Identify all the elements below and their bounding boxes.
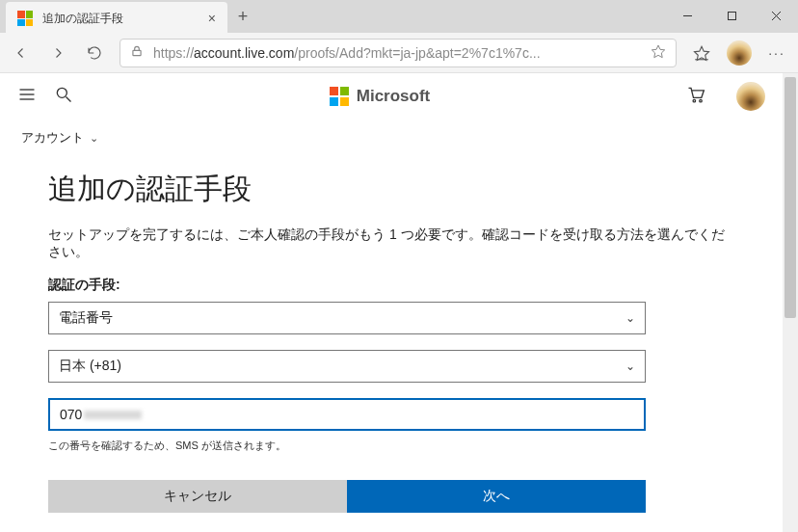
vertical-scrollbar[interactable]	[783, 73, 798, 532]
browser-tab[interactable]: 追加の認証手段 ×	[6, 2, 227, 35]
site-header: Microsoft	[0, 73, 783, 120]
country-select[interactable]: 日本 (+81) ⌄	[48, 350, 646, 383]
svg-rect-1	[728, 12, 735, 19]
window-controls	[665, 0, 798, 31]
chevron-down-icon: ⌄	[625, 311, 635, 325]
favorite-icon[interactable]	[651, 43, 666, 63]
microsoft-brand-text: Microsoft	[357, 87, 431, 106]
phone-number-masked	[84, 411, 142, 419]
method-label: 認証の手段:	[48, 277, 734, 294]
phone-number-value: 070	[60, 407, 82, 422]
browser-menu-button[interactable]: ···	[765, 41, 788, 65]
microsoft-logo-icon	[330, 87, 349, 106]
window-maximize-button[interactable]	[709, 0, 754, 31]
nav-back-button[interactable]	[10, 41, 33, 65]
method-selected-value: 電話番号	[59, 309, 113, 327]
search-icon[interactable]	[54, 85, 73, 108]
cart-icon[interactable]	[686, 85, 705, 108]
window-close-button[interactable]	[754, 0, 798, 31]
next-button[interactable]: 次へ	[347, 480, 646, 513]
verification-method-select[interactable]: 電話番号 ⌄	[48, 302, 646, 334]
svg-line-12	[66, 97, 71, 102]
page-viewport: Microsoft アカウント ⌄ 追加の認証手段 セットアップを完了するには、…	[0, 73, 798, 532]
breadcrumb[interactable]: アカウント ⌄	[0, 120, 783, 146]
tab-title: 追加の認証手段	[42, 11, 199, 27]
hamburger-menu-icon[interactable]	[17, 85, 37, 108]
nav-forward-button[interactable]	[46, 41, 69, 65]
svg-point-14	[700, 99, 703, 102]
svg-marker-6	[695, 46, 709, 60]
microsoft-favicon	[17, 11, 33, 26]
chevron-down-icon: ⌄	[625, 359, 635, 373]
browser-profile-avatar[interactable]	[727, 40, 752, 66]
breadcrumb-label: アカウント	[21, 129, 84, 146]
chevron-down-icon: ⌄	[90, 132, 98, 145]
page-title: 追加の認証手段	[48, 170, 734, 209]
new-tab-button[interactable]: +	[227, 0, 258, 33]
url-field[interactable]: https://account.live.com/proofs/Add?mkt=…	[120, 39, 677, 67]
phone-number-input[interactable]: 070	[48, 398, 646, 431]
svg-rect-4	[133, 50, 141, 55]
svg-point-13	[693, 99, 696, 102]
lock-icon	[130, 44, 144, 62]
scrollbar-thumb[interactable]	[785, 77, 796, 318]
country-selected-value: 日本 (+81)	[59, 358, 121, 375]
window-minimize-button[interactable]	[665, 0, 709, 31]
nav-refresh-button[interactable]	[83, 41, 106, 65]
instruction-text: セットアップを完了するには、ご本人確認の手段がもう 1 つ必要です。確認コードを…	[48, 226, 734, 261]
main-content: 追加の認証手段 セットアップを完了するには、ご本人確認の手段がもう 1 つ必要で…	[0, 146, 783, 513]
url-text: https://account.live.com/proofs/Add?mkt=…	[153, 45, 641, 61]
microsoft-brand[interactable]: Microsoft	[330, 87, 431, 106]
site-profile-avatar[interactable]	[736, 82, 765, 111]
sms-note: この番号を確認するため、SMS が送信されます。	[48, 439, 734, 453]
cancel-button[interactable]: キャンセル	[48, 480, 347, 513]
browser-address-bar: https://account.live.com/proofs/Add?mkt=…	[0, 33, 798, 73]
svg-marker-5	[652, 45, 664, 58]
button-row: キャンセル 次へ	[48, 480, 646, 513]
browser-titlebar: 追加の認証手段 × +	[0, 0, 798, 33]
favorites-bar-icon[interactable]	[690, 41, 713, 65]
svg-point-11	[57, 88, 66, 97]
tab-close-icon[interactable]: ×	[208, 11, 216, 26]
